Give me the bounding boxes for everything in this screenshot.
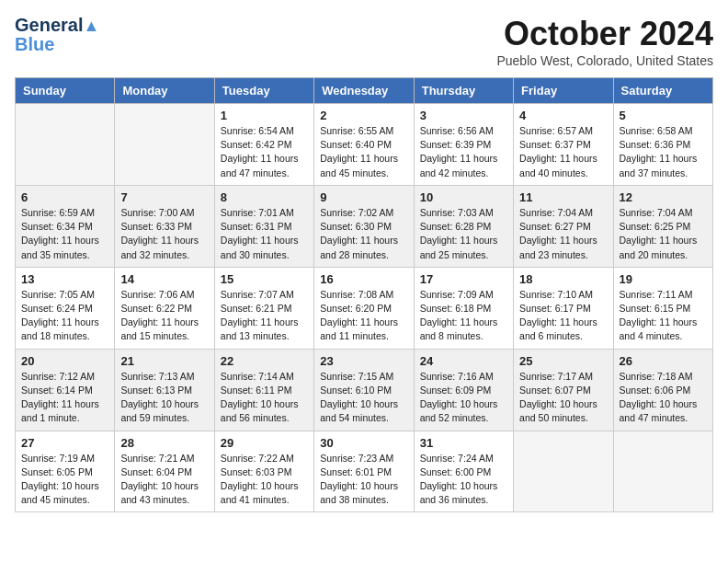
day-number: 24 [420,354,507,368]
calendar-week-2: 6Sunrise: 6:59 AM Sunset: 6:34 PM Daylig… [16,185,713,267]
calendar-title: October 2024 [496,15,713,53]
day-number: 5 [620,109,707,122]
day-info: Sunrise: 7:24 AM Sunset: 6:00 PM Dayligh… [420,452,507,508]
day-number: 3 [420,109,507,122]
day-number: 10 [420,190,507,204]
calendar-week-4: 20Sunrise: 7:12 AM Sunset: 6:14 PM Dayli… [16,349,713,431]
header-day-sunday: Sunday [16,78,115,104]
header-day-monday: Monday [115,78,214,104]
calendar-cell: 13Sunrise: 7:05 AM Sunset: 6:24 PM Dayli… [16,267,115,349]
day-info: Sunrise: 7:13 AM Sunset: 6:13 PM Dayligh… [120,370,208,426]
day-number: 12 [620,190,707,204]
day-info: Sunrise: 7:15 AM Sunset: 6:10 PM Dayligh… [320,370,407,426]
calendar-cell: 11Sunrise: 7:04 AM Sunset: 6:27 PM Dayli… [514,185,613,267]
day-number: 28 [120,436,208,450]
day-info: Sunrise: 7:05 AM Sunset: 6:24 PM Dayligh… [21,288,108,344]
calendar-cell: 10Sunrise: 7:03 AM Sunset: 6:28 PM Dayli… [414,185,513,267]
day-info: Sunrise: 7:00 AM Sunset: 6:33 PM Dayligh… [120,206,208,262]
day-info: Sunrise: 7:11 AM Sunset: 6:15 PM Dayligh… [620,288,707,344]
day-number: 21 [120,354,208,368]
calendar-cell: 30Sunrise: 7:23 AM Sunset: 6:01 PM Dayli… [314,431,414,512]
day-number: 13 [21,272,108,286]
day-number: 11 [519,190,607,204]
calendar-cell: 20Sunrise: 7:12 AM Sunset: 6:14 PM Dayli… [16,349,115,431]
calendar-cell: 25Sunrise: 7:17 AM Sunset: 6:07 PM Dayli… [514,349,613,431]
day-info: Sunrise: 6:58 AM Sunset: 6:36 PM Dayligh… [620,124,707,180]
calendar-week-5: 27Sunrise: 7:19 AM Sunset: 6:05 PM Dayli… [16,431,713,512]
day-number: 29 [221,436,308,450]
calendar-cell: 26Sunrise: 7:18 AM Sunset: 6:06 PM Dayli… [613,349,712,431]
day-number: 8 [221,190,308,204]
day-info: Sunrise: 7:06 AM Sunset: 6:22 PM Dayligh… [120,288,208,344]
calendar-cell: 7Sunrise: 7:00 AM Sunset: 6:33 PM Daylig… [115,185,214,267]
day-info: Sunrise: 7:01 AM Sunset: 6:31 PM Dayligh… [221,206,308,262]
day-info: Sunrise: 7:16 AM Sunset: 6:09 PM Dayligh… [420,370,507,426]
day-info: Sunrise: 7:07 AM Sunset: 6:21 PM Dayligh… [221,288,308,344]
calendar-cell: 18Sunrise: 7:10 AM Sunset: 6:17 PM Dayli… [514,267,613,349]
calendar-cell: 31Sunrise: 7:24 AM Sunset: 6:00 PM Dayli… [414,431,513,512]
day-info: Sunrise: 7:14 AM Sunset: 6:11 PM Dayligh… [221,370,308,426]
header-day-thursday: Thursday [414,78,513,104]
calendar-table: SundayMondayTuesdayWednesdayThursdayFrid… [15,77,713,512]
day-info: Sunrise: 7:12 AM Sunset: 6:14 PM Dayligh… [21,370,108,426]
day-info: Sunrise: 6:57 AM Sunset: 6:37 PM Dayligh… [519,124,607,180]
day-number: 16 [320,272,407,286]
day-info: Sunrise: 7:04 AM Sunset: 6:25 PM Dayligh… [620,206,707,262]
calendar-subtitle: Pueblo West, Colorado, United States [496,53,713,68]
day-info: Sunrise: 6:56 AM Sunset: 6:39 PM Dayligh… [420,124,507,180]
calendar-cell: 8Sunrise: 7:01 AM Sunset: 6:31 PM Daylig… [214,185,313,267]
day-info: Sunrise: 7:03 AM Sunset: 6:28 PM Dayligh… [420,206,507,262]
header-day-saturday: Saturday [613,78,712,104]
day-number: 7 [120,190,208,204]
header: General▲ Blue October 2024 Pueblo West, … [15,15,713,68]
calendar-cell: 14Sunrise: 7:06 AM Sunset: 6:22 PM Dayli… [115,267,214,349]
calendar-cell: 3Sunrise: 6:56 AM Sunset: 6:39 PM Daylig… [414,104,513,186]
logo: General▲ Blue [15,15,99,54]
logo-text2: Blue [15,34,54,54]
calendar-header-row: SundayMondayTuesdayWednesdayThursdayFrid… [16,78,713,104]
calendar-cell [613,431,712,512]
day-info: Sunrise: 7:04 AM Sunset: 6:27 PM Dayligh… [519,206,607,262]
day-number: 22 [221,354,308,368]
calendar-cell [514,431,613,512]
day-number: 9 [320,190,407,204]
day-info: Sunrise: 6:54 AM Sunset: 6:42 PM Dayligh… [221,124,308,180]
day-number: 1 [221,109,308,122]
day-info: Sunrise: 7:21 AM Sunset: 6:04 PM Dayligh… [120,452,208,508]
day-number: 31 [420,436,507,450]
calendar-cell: 28Sunrise: 7:21 AM Sunset: 6:04 PM Dayli… [115,431,214,512]
calendar-cell: 23Sunrise: 7:15 AM Sunset: 6:10 PM Dayli… [314,349,414,431]
day-number: 14 [120,272,208,286]
calendar-cell: 29Sunrise: 7:22 AM Sunset: 6:03 PM Dayli… [214,431,313,512]
day-info: Sunrise: 7:22 AM Sunset: 6:03 PM Dayligh… [221,452,308,508]
day-number: 2 [320,109,407,122]
header-day-wednesday: Wednesday [314,78,414,104]
day-info: Sunrise: 7:17 AM Sunset: 6:07 PM Dayligh… [519,370,607,426]
day-info: Sunrise: 7:09 AM Sunset: 6:18 PM Dayligh… [420,288,507,344]
calendar-cell: 2Sunrise: 6:55 AM Sunset: 6:40 PM Daylig… [314,104,414,186]
calendar-cell: 5Sunrise: 6:58 AM Sunset: 6:36 PM Daylig… [613,104,712,186]
day-info: Sunrise: 7:23 AM Sunset: 6:01 PM Dayligh… [320,452,407,508]
calendar-cell: 27Sunrise: 7:19 AM Sunset: 6:05 PM Dayli… [16,431,115,512]
calendar-cell: 16Sunrise: 7:08 AM Sunset: 6:20 PM Dayli… [314,267,414,349]
day-info: Sunrise: 7:08 AM Sunset: 6:20 PM Dayligh… [320,288,407,344]
calendar-cell: 12Sunrise: 7:04 AM Sunset: 6:25 PM Dayli… [613,185,712,267]
calendar-cell: 21Sunrise: 7:13 AM Sunset: 6:13 PM Dayli… [115,349,214,431]
day-number: 18 [519,272,607,286]
logo-text: General▲ [15,15,99,36]
calendar-cell [115,104,214,186]
day-number: 25 [519,354,607,368]
title-area: October 2024 Pueblo West, Colorado, Unit… [496,15,713,68]
calendar-cell: 1Sunrise: 6:54 AM Sunset: 6:42 PM Daylig… [214,104,313,186]
calendar-cell: 24Sunrise: 7:16 AM Sunset: 6:09 PM Dayli… [414,349,513,431]
header-day-tuesday: Tuesday [214,78,313,104]
calendar-cell: 17Sunrise: 7:09 AM Sunset: 6:18 PM Dayli… [414,267,513,349]
day-info: Sunrise: 7:18 AM Sunset: 6:06 PM Dayligh… [620,370,707,426]
day-number: 4 [519,109,607,122]
day-info: Sunrise: 7:19 AM Sunset: 6:05 PM Dayligh… [21,452,108,508]
day-number: 15 [221,272,308,286]
calendar-cell: 9Sunrise: 7:02 AM Sunset: 6:30 PM Daylig… [314,185,414,267]
day-info: Sunrise: 6:55 AM Sunset: 6:40 PM Dayligh… [320,124,407,180]
day-number: 26 [620,354,707,368]
day-info: Sunrise: 6:59 AM Sunset: 6:34 PM Dayligh… [21,206,108,262]
